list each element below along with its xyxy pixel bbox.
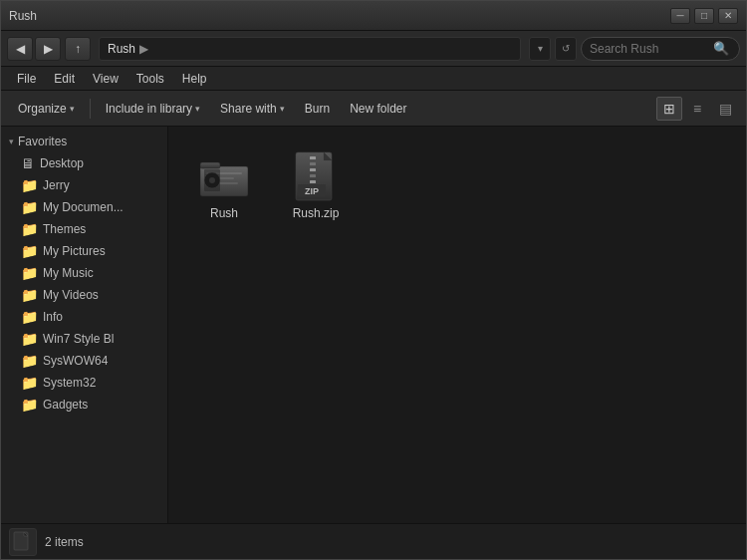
- sidebar-item-my-pictures[interactable]: 📁 My Pictures: [1, 240, 167, 262]
- status-text: 2 items: [45, 535, 84, 549]
- maximize-button[interactable]: □: [694, 8, 714, 24]
- sidebar-item-gadgets[interactable]: 📁 Gadgets: [1, 394, 167, 416]
- status-file-icon: [9, 528, 37, 556]
- system32-icon: 📁: [21, 375, 38, 391]
- svg-rect-11: [310, 156, 316, 159]
- include-arrow: ▾: [195, 104, 200, 114]
- rush-folder-icon: [198, 150, 250, 202]
- sidebar-item-my-pictures-label: My Pictures: [43, 244, 106, 258]
- burn-button[interactable]: Burn: [296, 97, 339, 121]
- up-button[interactable]: ↑: [65, 37, 91, 61]
- search-input[interactable]: [590, 42, 709, 56]
- sidebar-item-syswow64-label: SysWOW64: [43, 354, 108, 368]
- share-with-button[interactable]: Share with ▾: [211, 97, 294, 121]
- my-music-icon: 📁: [21, 265, 38, 281]
- menu-file[interactable]: File: [9, 70, 44, 88]
- search-icon: 🔍: [713, 41, 729, 56]
- svg-rect-12: [310, 162, 316, 165]
- favorites-label: Favorites: [18, 135, 67, 148]
- menu-tools[interactable]: Tools: [128, 70, 172, 88]
- sidebar-item-gadgets-label: Gadgets: [43, 398, 88, 412]
- share-arrow: ▾: [280, 104, 285, 114]
- organize-arrow: ▾: [70, 104, 75, 114]
- svg-rect-15: [310, 180, 316, 183]
- view-controls: ⊞ ≡ ▤: [656, 97, 738, 121]
- sidebar-item-my-videos[interactable]: 📁 My Videos: [1, 284, 167, 306]
- nav-buttons: ◀ ▶: [7, 37, 61, 61]
- sidebar-item-my-documents[interactable]: 📁 My Documen...: [1, 196, 167, 218]
- svg-rect-14: [310, 174, 316, 177]
- my-documents-icon: 📁: [21, 199, 38, 215]
- toolbar: Organize ▾ Include in library ▾ Share wi…: [1, 91, 746, 127]
- include-library-label: Include in library: [106, 102, 192, 116]
- desktop-icon: 🖥: [21, 155, 35, 171]
- sidebar-item-system32[interactable]: 📁 System32: [1, 372, 167, 394]
- refresh-button[interactable]: ↺: [555, 37, 577, 61]
- file-name-rush: Rush: [210, 206, 238, 220]
- menu-edit[interactable]: Edit: [46, 70, 83, 88]
- toolbar-separator-1: [90, 99, 91, 119]
- view-icons-icon: ⊞: [663, 101, 675, 117]
- view-list-icon: ▤: [719, 101, 732, 117]
- svg-text:ZIP: ZIP: [305, 186, 319, 196]
- view-icon-button[interactable]: ⊞: [656, 97, 682, 121]
- minimize-button[interactable]: ─: [670, 8, 690, 24]
- themes-icon: 📁: [21, 221, 38, 237]
- file-item-rush-zip[interactable]: ZIP Rush.zip: [276, 142, 356, 228]
- forward-icon: ▶: [44, 42, 53, 56]
- menu-help[interactable]: Help: [174, 70, 215, 88]
- close-button[interactable]: ✕: [718, 8, 738, 24]
- back-button[interactable]: ◀: [7, 37, 33, 61]
- up-icon: ↑: [75, 42, 81, 56]
- organize-button[interactable]: Organize ▾: [9, 97, 84, 121]
- sidebar-item-system32-label: System32: [43, 376, 96, 390]
- sidebar-item-my-music[interactable]: 📁 My Music: [1, 262, 167, 284]
- svg-point-7: [209, 177, 215, 183]
- organize-label: Organize: [18, 102, 67, 116]
- favorites-arrow: ▾: [9, 137, 14, 146]
- sidebar-item-jerry[interactable]: 📁 Jerry: [1, 174, 167, 196]
- file-area: Rush: [168, 127, 746, 523]
- burn-label: Burn: [305, 102, 330, 116]
- new-folder-label: New folder: [350, 102, 406, 116]
- title-bar: Rush ─ □ ✕: [1, 1, 746, 31]
- sidebar-item-desktop[interactable]: 🖥 Desktop: [1, 152, 167, 174]
- address-path[interactable]: Rush ▶: [99, 37, 521, 61]
- sidebar-item-win7-label: Win7 Style Bl: [43, 332, 114, 346]
- menu-bar: File Edit View Tools Help: [1, 67, 746, 91]
- rush-zip-icon: ZIP: [290, 150, 342, 202]
- win7-icon: 📁: [21, 331, 38, 347]
- file-item-rush[interactable]: Rush: [184, 142, 264, 228]
- path-arrow: ▶: [139, 42, 148, 56]
- sidebar-item-my-videos-label: My Videos: [43, 288, 99, 302]
- new-folder-button[interactable]: New folder: [341, 97, 415, 121]
- title-controls: ─ □ ✕: [670, 8, 738, 24]
- sidebar-item-info-label: Info: [43, 310, 63, 324]
- syswow64-icon: 📁: [21, 353, 38, 369]
- sidebar-item-themes-label: Themes: [43, 222, 86, 236]
- window-title: Rush: [9, 9, 670, 23]
- main-content: ▾ Favorites 🖥 Desktop 📁 Jerry 📁 My Docum…: [1, 127, 746, 523]
- forward-button[interactable]: ▶: [35, 37, 61, 61]
- sidebar-item-themes[interactable]: 📁 Themes: [1, 218, 167, 240]
- menu-view[interactable]: View: [85, 70, 126, 88]
- view-details-button[interactable]: ≡: [684, 97, 710, 121]
- view-list-button[interactable]: ▤: [712, 97, 738, 121]
- svg-rect-1: [200, 162, 220, 168]
- address-bar: ◀ ▶ ↑ Rush ▶ ▾ ↺ 🔍: [1, 31, 746, 67]
- view-details-icon: ≡: [693, 101, 701, 117]
- path-root: Rush: [108, 42, 135, 56]
- include-library-button[interactable]: Include in library ▾: [97, 97, 209, 121]
- address-dropdown-button[interactable]: ▾: [529, 37, 551, 61]
- sidebar-item-syswow64[interactable]: 📁 SysWOW64: [1, 350, 167, 372]
- gadgets-icon: 📁: [21, 397, 38, 413]
- info-icon: 📁: [21, 309, 38, 325]
- favorites-group[interactable]: ▾ Favorites: [1, 131, 167, 152]
- file-name-rush-zip: Rush.zip: [293, 206, 340, 220]
- my-pictures-icon: 📁: [21, 243, 38, 259]
- window: Rush ─ □ ✕ ◀ ▶ ↑ Rush ▶ ▾ ↺ 🔍: [0, 0, 747, 560]
- sidebar-item-jerry-label: Jerry: [43, 178, 70, 192]
- svg-rect-13: [310, 168, 316, 171]
- sidebar-item-info[interactable]: 📁 Info: [1, 306, 167, 328]
- sidebar-item-win7[interactable]: 📁 Win7 Style Bl: [1, 328, 167, 350]
